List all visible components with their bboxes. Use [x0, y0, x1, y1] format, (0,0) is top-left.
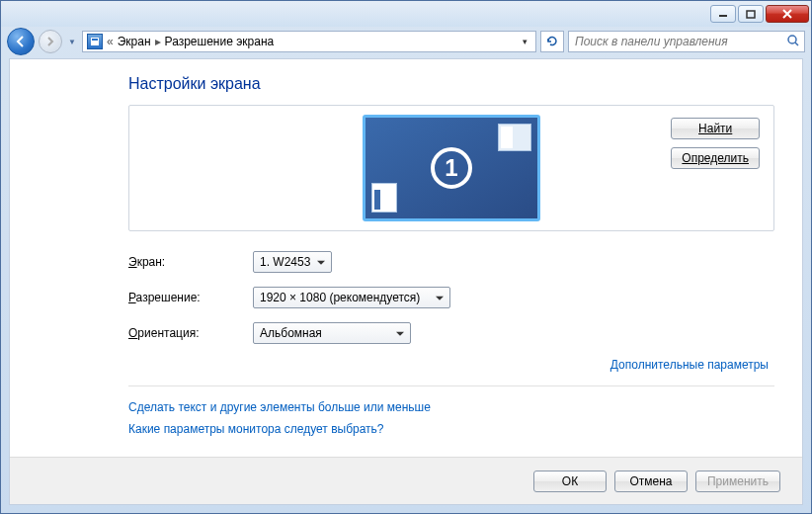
address-bar: ▼ « Экран ▸ Разрешение экрана ▾: [1, 27, 811, 56]
display-number: 1: [431, 147, 472, 189]
control-panel-icon: [87, 34, 103, 49]
minimize-icon: [718, 10, 728, 18]
svg-rect-1: [747, 11, 755, 18]
mini-window-icon: [498, 124, 531, 151]
search-box[interactable]: [568, 31, 805, 52]
breadcrumb-sep-icon: «: [107, 35, 114, 48]
breadcrumb-item-2[interactable]: Разрешение экрана: [165, 35, 275, 48]
close-icon: [781, 9, 793, 19]
svg-point-4: [788, 36, 796, 43]
combo-screen[interactable]: 1. W2453: [253, 251, 332, 273]
arrow-right-icon: [44, 36, 56, 47]
content-area: Настройки экрана 1 Найти Определить Экра…: [9, 58, 803, 505]
link-advanced-settings[interactable]: Дополнительные параметры: [610, 358, 769, 372]
link-text-size[interactable]: Сделать текст и другие элементы больше и…: [128, 400, 774, 414]
label-orientation: Ориентация:: [128, 326, 253, 340]
row-resolution: Разрешение: 1920 × 1080 (рекомендуется): [128, 287, 774, 308]
combo-orientation[interactable]: Альбомная: [253, 322, 411, 344]
svg-rect-3: [92, 39, 98, 41]
display-thumbnail[interactable]: 1: [363, 115, 540, 221]
page-title: Настройки экрана: [128, 75, 774, 93]
label-screen: Экран:: [128, 255, 253, 269]
find-button[interactable]: Найти: [671, 118, 760, 139]
row-orientation: Ориентация: Альбомная: [128, 322, 774, 344]
apply-button[interactable]: Применить: [695, 471, 780, 492]
combo-resolution[interactable]: 1920 × 1080 (рекомендуется): [253, 287, 450, 308]
refresh-icon: [545, 35, 559, 48]
maximize-icon: [746, 10, 756, 19]
ok-button[interactable]: ОК: [533, 471, 607, 492]
maximize-button[interactable]: [738, 5, 764, 23]
nav-history-dropdown[interactable]: ▼: [66, 32, 78, 51]
nav-back-button[interactable]: [7, 28, 35, 55]
separator: [128, 386, 774, 386]
svg-rect-0: [719, 15, 727, 17]
refresh-button[interactable]: [540, 31, 564, 52]
close-button[interactable]: [766, 5, 809, 23]
window-frame: ▼ « Экран ▸ Разрешение экрана ▾ Настройк…: [0, 0, 812, 514]
titlebar: [1, 1, 811, 27]
nav-forward-button[interactable]: [39, 30, 62, 53]
chevron-right-icon: ▸: [155, 35, 161, 48]
cancel-button[interactable]: Отмена: [614, 471, 688, 492]
detect-button[interactable]: Определить: [671, 147, 760, 169]
row-screen: Экран: 1. W2453: [128, 251, 774, 273]
search-input[interactable]: [573, 34, 786, 49]
breadcrumb-dropdown-icon[interactable]: ▾: [519, 37, 531, 46]
minimize-button[interactable]: [710, 5, 736, 23]
dialog-footer: ОК Отмена Применить: [10, 457, 802, 504]
breadcrumb[interactable]: « Экран ▸ Разрешение экрана ▾: [82, 31, 536, 52]
svg-line-5: [795, 43, 798, 45]
mini-window-icon: [371, 183, 397, 213]
breadcrumb-item-1[interactable]: Экран: [118, 35, 151, 48]
arrow-left-icon: [14, 35, 28, 48]
display-preview-box: 1 Найти Определить: [128, 105, 774, 231]
search-icon: [786, 34, 800, 50]
label-resolution: Разрешение:: [128, 291, 253, 304]
link-which-settings[interactable]: Какие параметры монитора следует выбрать…: [128, 422, 774, 436]
